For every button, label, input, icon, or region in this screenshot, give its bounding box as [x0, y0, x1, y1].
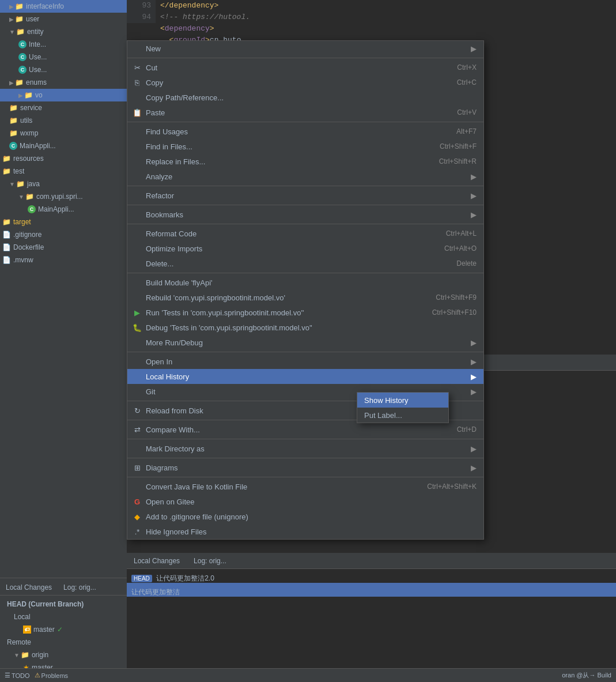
- folder-icon: 📁: [21, 651, 29, 659]
- gitee-icon: G: [132, 498, 142, 506]
- submenu-arrow-more-run: ▶: [471, 338, 477, 347]
- menu-sep6: [127, 273, 483, 273]
- shortcut-cut: Ctrl+X: [457, 63, 477, 71]
- git-head[interactable]: HEAD (Current Branch): [5, 598, 122, 611]
- git-log-tab[interactable]: Log: orig...: [187, 555, 233, 567]
- menu-label-run-tests: Run 'Tests in 'com.yupi.springbootinit.m…: [146, 308, 304, 317]
- menu-item-gitee[interactable]: G Open on Gitee: [127, 494, 483, 509]
- git-origin[interactable]: ▼ 📁 origin: [5, 649, 122, 661]
- menu-item-hide-ignored[interactable]: .* Hide Ignored Files: [127, 524, 483, 539]
- git-master[interactable]: 🏷 master ✓: [5, 623, 122, 636]
- menu-item-open-in[interactable]: Open In ▶: [127, 354, 483, 369]
- menu-label-local-history: Local History: [146, 372, 189, 381]
- tree-item-user[interactable]: ▶ 📁 user: [0, 13, 127, 25]
- submenu-item-put-label[interactable]: Put Label...: [357, 408, 448, 423]
- tree-item-interfaceInfo[interactable]: ▶ 📁 interfaceInfo: [0, 0, 127, 13]
- menu-item-cut[interactable]: ✂ Cut Ctrl+X: [127, 60, 483, 75]
- menu-item-rebuild[interactable]: Rebuild 'com.yupi.springbootinit.model.v…: [127, 290, 483, 305]
- tree-item-java[interactable]: ▼ 📁 java: [0, 178, 127, 190]
- diagrams-icon: ⊞: [132, 464, 142, 472]
- shortcut-find-usages: Alt+F7: [456, 127, 477, 135]
- menu-item-compare[interactable]: ⇄ Compare With... Ctrl+D: [127, 422, 483, 437]
- menu-item-bookmarks[interactable]: Bookmarks ▶: [127, 207, 483, 222]
- menu-item-find-usages[interactable]: Find Usages Alt+F7: [127, 124, 483, 139]
- tree-label: target: [13, 218, 31, 226]
- submenu-arrow-local-history: ▶: [471, 372, 477, 381]
- menu-item-copy-path[interactable]: Copy Path/Reference...: [127, 90, 483, 105]
- tree-item-utils[interactable]: 📁 utils: [0, 114, 127, 127]
- menu-label-new: New: [146, 44, 161, 53]
- tree-item-resources[interactable]: 📁 resources: [0, 152, 127, 165]
- menu-item-reformat[interactable]: Reformat Code Ctrl+Alt+L: [127, 226, 483, 241]
- menu-item-add-gitignore[interactable]: ◆ Add to .gitignore file (unignore): [127, 509, 483, 524]
- git-local-changes-tab[interactable]: Local Changes: [127, 555, 187, 567]
- tree-item-enums[interactable]: ▶ 📁 enums: [0, 76, 127, 89]
- menu-item-diagrams[interactable]: ⊞ Diagrams ▶: [127, 460, 483, 475]
- tree-item-mvnw[interactable]: 📄 .mvnw: [0, 254, 127, 266]
- menu-item-analyze[interactable]: Analyze ▶: [127, 169, 483, 184]
- git-remote-label: Remote: [7, 638, 31, 646]
- menu-item-optimize[interactable]: Optimize Imports Ctrl+Alt+O: [127, 241, 483, 256]
- tree-label: service: [20, 104, 42, 112]
- shortcut-rebuild: Ctrl+Shift+F9: [436, 293, 477, 302]
- tree-item-Use2[interactable]: C Use...: [0, 63, 127, 76]
- menu-label-rebuild: Rebuild 'com.yupi.springbootinit.model.v…: [146, 293, 285, 302]
- menu-item-new[interactable]: New ▶: [127, 41, 483, 56]
- menu-label-gitee: Open on Gitee: [146, 498, 195, 506]
- git-msg-2: 让代码更加整洁: [131, 588, 180, 596]
- folder-icon: 📁: [15, 15, 24, 23]
- menu-item-local-history[interactable]: Local History ▶: [127, 369, 483, 384]
- menu-item-replace-files[interactable]: Replace in Files... Ctrl+Shift+R: [127, 154, 483, 169]
- menu-label-convert-kotlin: Convert Java File to Kotlin File: [146, 483, 247, 491]
- tree-item-target[interactable]: 📁 target: [0, 216, 127, 228]
- menu-item-paste[interactable]: 📋 Paste Ctrl+V: [127, 105, 483, 120]
- menu-item-refactor[interactable]: Refactor ▶: [127, 188, 483, 203]
- tree-item-entity[interactable]: ▼ 📁 entity: [0, 25, 127, 38]
- menu-item-delete[interactable]: Delete... Delete: [127, 256, 483, 271]
- tree-item-Inte[interactable]: C Inte...: [0, 38, 127, 51]
- tree-item-mainappli[interactable]: C MainAppli...: [0, 140, 127, 152]
- tab-local-changes[interactable]: Local Changes: [0, 581, 58, 594]
- submenu-arrow-open-in: ▶: [471, 357, 477, 366]
- tab-log[interactable]: Log: orig...: [58, 581, 102, 594]
- menu-item-build-module[interactable]: Build Module 'flyApi': [127, 275, 483, 290]
- tree-item-com-yupi[interactable]: ▼ 📁 com.yupi.spri...: [0, 190, 127, 203]
- tree-item-Use1[interactable]: C Use...: [0, 51, 127, 63]
- context-menu: New ▶ ✂ Cut Ctrl+X ⎘ Copy Ctrl+C Copy Pa…: [127, 40, 484, 540]
- submenu-arrow-diagrams: ▶: [471, 464, 477, 472]
- tree-item-mainappli2[interactable]: C MainAppli...: [0, 203, 127, 216]
- git-entry-1[interactable]: HEAD 让代码更加整洁2.0: [127, 569, 616, 583]
- submenu-arrow-bookmarks: ▶: [471, 210, 477, 219]
- menu-item-more-run[interactable]: More Run/Debug ▶: [127, 335, 483, 350]
- reload-icon: ↻: [132, 406, 142, 415]
- menu-item-mark-dir[interactable]: Mark Directory as ▶: [127, 441, 483, 456]
- menu-item-copy[interactable]: ⎘ Copy Ctrl+C: [127, 75, 483, 90]
- tree-label: test: [13, 167, 24, 175]
- tree-item-wxmp[interactable]: 📁 wxmp: [0, 127, 127, 140]
- chevron-right-icon: ▶: [18, 92, 23, 99]
- status-todo[interactable]: TODO: [12, 672, 30, 679]
- class-icon: C: [18, 53, 27, 61]
- menu-item-find-files[interactable]: Find in Files... Ctrl+Shift+F: [127, 139, 483, 154]
- tree-item-vo[interactable]: ▶ 📁 vo: [0, 89, 127, 101]
- tree-item-test[interactable]: 📁 test: [0, 165, 127, 178]
- menu-item-debug-tests[interactable]: 🐛 Debug 'Tests in 'com.yupi.springbootin…: [127, 320, 483, 335]
- menu-label-hide-ignored: Hide Ignored Files: [146, 527, 207, 536]
- menu-sep4: [127, 205, 483, 205]
- shortcut-paste: Ctrl+V: [457, 108, 477, 116]
- tree-item-dockerfile[interactable]: 📄 Dockerfile: [0, 241, 127, 254]
- git-remote[interactable]: Remote: [5, 636, 122, 649]
- status-problems[interactable]: Problems: [41, 672, 68, 679]
- submenu-arrow-new: ▶: [471, 44, 477, 53]
- menu-item-convert-kotlin[interactable]: Convert Java File to Kotlin File Ctrl+Al…: [127, 479, 483, 494]
- git-local[interactable]: Local: [5, 611, 122, 623]
- menu-item-run-tests[interactable]: ▶ Run 'Tests in 'com.yupi.springbootinit…: [127, 305, 483, 320]
- submenu-arrow-git: ▶: [471, 387, 477, 396]
- git-log-tabs: Local Changes Log: orig...: [127, 553, 616, 569]
- tree-item-gitignore[interactable]: 📄 .gitignore: [0, 228, 127, 241]
- submenu-item-show-history[interactable]: Show History: [357, 393, 448, 408]
- tree-item-service[interactable]: 📁 service: [0, 101, 127, 114]
- tree-label: Dockerfile: [13, 243, 44, 251]
- folder-icon: 📁: [16, 180, 25, 188]
- menu-label-cut: Cut: [146, 63, 157, 72]
